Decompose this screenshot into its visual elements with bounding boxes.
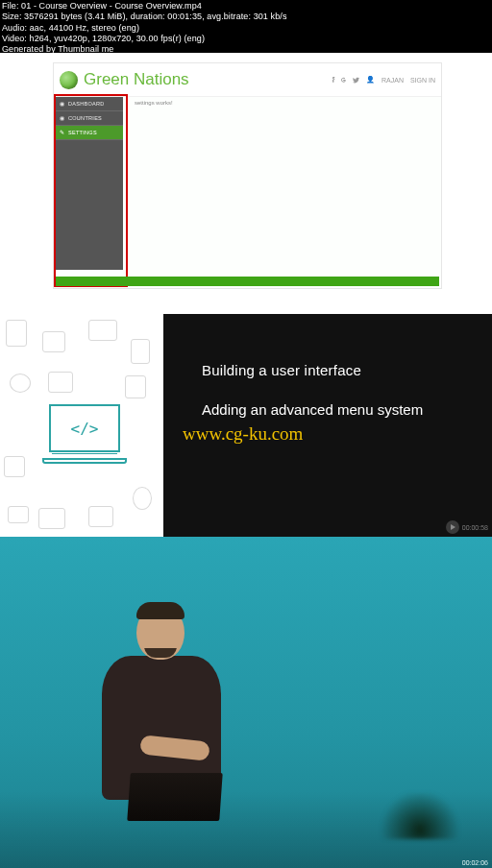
audio-meta-line: Audio: aac, 44100 Hz, stereo (eng): [0, 22, 492, 33]
google-icon[interactable]: [341, 77, 348, 84]
doodle-icon: [88, 320, 117, 341]
header-actions: 👤 RAJAN SIGN IN: [330, 76, 435, 84]
doodle-icon: [6, 320, 27, 347]
code-glyph: </>: [49, 404, 120, 452]
sidebar-item-label: SETTINGS: [68, 130, 97, 135]
globe-icon: [60, 71, 78, 89]
video-meta-line: Video: h264, yuv420p, 1280x720, 30.00 fp…: [0, 33, 492, 43]
header-user-label[interactable]: RAJAN: [381, 77, 404, 84]
thumb-3-timestamp: 00:02:06: [462, 859, 488, 866]
countries-icon: ◉: [60, 115, 65, 121]
app-body: ◉ DASHBOARD ◉ COUNTRIES ✎ SETTINGS setti…: [54, 97, 441, 288]
user-icon[interactable]: 👤: [366, 76, 375, 84]
laptop-icon: </>: [44, 404, 125, 471]
person-hair: [136, 602, 184, 619]
brand-title: Green Nations: [84, 70, 189, 89]
sidebar-item-countries[interactable]: ◉ COUNTRIES: [56, 111, 123, 126]
sign-in-link[interactable]: SIGN IN: [410, 77, 435, 84]
dashboard-icon: ◉: [60, 101, 65, 107]
bottom-shadow: [0, 791, 492, 868]
sidebar-item-dashboard[interactable]: ◉ DASHBOARD: [56, 97, 123, 111]
doodle-icon: [133, 487, 152, 510]
doodle-icon: [131, 339, 150, 364]
slide-illustration: </>: [0, 314, 163, 537]
thumb-2-timestamp: 00:00:58: [462, 524, 488, 531]
doodle-icon: [125, 375, 146, 398]
doodle-icon: [38, 508, 65, 529]
watermark-text: www.cg-ku.com: [183, 423, 303, 445]
slide-line-1: Building a user interface: [202, 362, 475, 378]
sidebar-item-settings[interactable]: ✎ SETTINGS: [56, 126, 123, 140]
sidebar: ◉ DASHBOARD ◉ COUNTRIES ✎ SETTINGS: [56, 97, 123, 270]
twitter-icon[interactable]: [353, 77, 359, 84]
file-meta-line: File: 01 - Course Overview - Course Over…: [0, 0, 492, 11]
doodle-icon: [8, 506, 29, 523]
thumb-2-controls: 00:00:58: [446, 520, 488, 534]
app-header: Green Nations 👤 RAJAN SIGN IN: [54, 63, 441, 97]
slide-line-2: Adding an advanced menu system: [202, 401, 475, 418]
sidebar-item-label: COUNTRIES: [68, 115, 102, 121]
app-window: Green Nations 👤 RAJAN SIGN IN ◉ DASHBOAR…: [53, 62, 442, 289]
thumb-3: 00:02:06: [0, 537, 492, 868]
doodle-icon: [4, 456, 25, 477]
play-icon[interactable]: [446, 520, 459, 534]
doodle-icon: [42, 331, 65, 352]
doodle-icon: [10, 374, 31, 393]
size-meta-line: Size: 3576291 bytes (3.41 MiB), duration…: [0, 11, 492, 21]
thumb-2: </> Building a user interface Adding an …: [0, 314, 492, 537]
page-content-text: settings works!: [135, 100, 173, 106]
facebook-icon[interactable]: [330, 77, 336, 84]
doodle-icon: [48, 372, 73, 393]
doodle-icon: [88, 506, 113, 527]
thumb-1: Green Nations 👤 RAJAN SIGN IN ◉ DASHBOAR…: [0, 53, 492, 314]
settings-icon: ✎: [60, 130, 65, 135]
sidebar-item-label: DASHBOARD: [68, 101, 105, 107]
footer-bar: [56, 277, 439, 286]
slide-text-area: Building a user interface Adding an adva…: [163, 314, 492, 537]
